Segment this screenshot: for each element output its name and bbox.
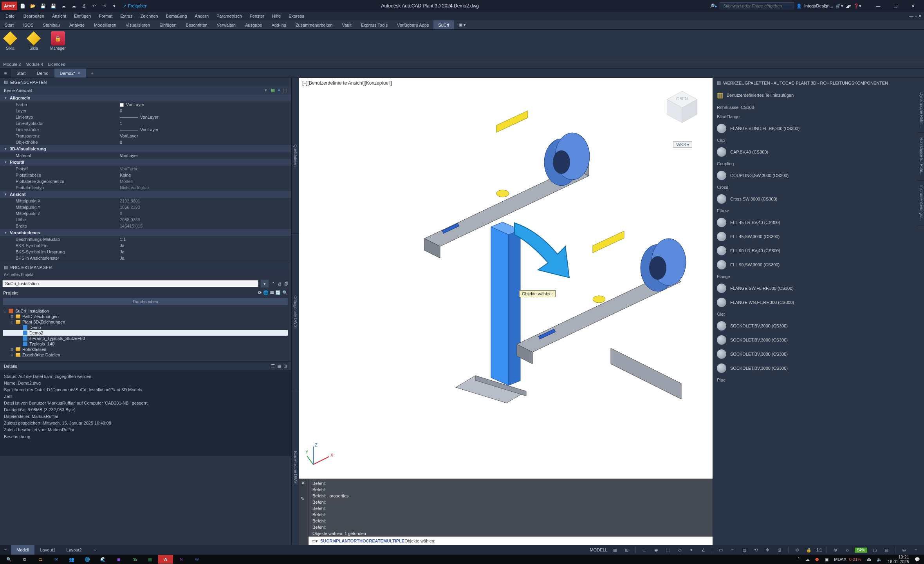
prop-category[interactable]: ▾Plotstil bbox=[0, 159, 291, 166]
help-search-icon[interactable]: 🔎▸ bbox=[709, 4, 717, 9]
prop-row[interactable]: Beschriftungs-Maßstab1:1 bbox=[0, 236, 291, 242]
sidetab-orthogonale[interactable]: Orthogonale DWG bbox=[292, 234, 299, 390]
prop-row[interactable]: Linientypfaktor1 bbox=[0, 120, 291, 127]
tree-node[interactable]: siFramo_Typicals_StützeF80 bbox=[3, 336, 288, 341]
undo-icon[interactable]: ↶ bbox=[89, 2, 99, 10]
prop-row[interactable]: Objekthöhe0 bbox=[0, 139, 291, 145]
new-icon[interactable]: 📄 bbox=[18, 2, 27, 10]
share-button[interactable]: ↗ Freigeben bbox=[120, 2, 151, 10]
menu-parametrisch[interactable]: Parametrisch bbox=[213, 13, 246, 20]
prop-category[interactable]: ▾Allgemein bbox=[0, 94, 291, 101]
pick-icon[interactable]: ⬚ bbox=[283, 88, 287, 93]
prop-value[interactable]: VonLayer bbox=[117, 102, 291, 107]
palette-item[interactable]: FLANGE BLIND,FL,RF,300 (CS300) bbox=[713, 121, 916, 136]
prop-value[interactable]: VonLayer bbox=[117, 115, 291, 119]
prop-value[interactable]: 1:1 bbox=[117, 237, 291, 242]
palette-item[interactable]: COUPLING,SW,3000 (CS300) bbox=[713, 168, 916, 183]
taskbar-onenote-icon[interactable]: N bbox=[174, 555, 189, 564]
prop-row[interactable]: FarbeVonLayer bbox=[0, 101, 291, 108]
close-button[interactable]: ✕ bbox=[904, 0, 921, 11]
prop-value[interactable]: VonFarbe bbox=[117, 166, 291, 171]
prop-row[interactable]: LinienstärkeVonLayer bbox=[0, 127, 291, 133]
save-icon[interactable]: 💾 bbox=[38, 2, 48, 10]
command-prompt-text[interactable]: Objekte wählen: bbox=[404, 539, 435, 543]
add-layout-tab[interactable]: ＋ bbox=[87, 545, 103, 555]
file-tab-demo2[interactable]: Demo2*✕ bbox=[54, 69, 87, 78]
ribbon-tab-isos[interactable]: ISOS bbox=[18, 20, 38, 29]
prop-value[interactable]: 0 bbox=[117, 108, 291, 113]
palette-tab-dynamische[interactable]: Dynamische Rohrl... bbox=[917, 88, 924, 133]
annotation-icon[interactable]: ⍰ bbox=[775, 546, 784, 554]
menu-aendern[interactable]: Ändern bbox=[191, 13, 213, 20]
ortho-icon[interactable]: ∟ bbox=[640, 546, 649, 554]
open-icon[interactable]: 📂 bbox=[28, 2, 38, 10]
prop-row[interactable]: BKS-Symbol EinJa bbox=[0, 242, 291, 249]
menu-datei[interactable]: Datei bbox=[2, 13, 20, 20]
pm-refresh-icon[interactable]: ⟳ bbox=[258, 290, 262, 295]
tray-menu-icon[interactable]: ≡ bbox=[911, 546, 920, 554]
sidetab-isometrische[interactable]: Isometrische DWG bbox=[292, 389, 299, 545]
select-icon[interactable]: ✦ bbox=[277, 88, 281, 93]
palette-item[interactable]: SOCKOLET,BV,3000 (CS300) bbox=[713, 347, 916, 361]
workspace-icon[interactable]: ⚙ bbox=[793, 546, 801, 554]
hardware-icon[interactable]: ☼ bbox=[843, 546, 852, 554]
prop-value[interactable]: Ja bbox=[117, 243, 291, 248]
workspace-switch-icon[interactable]: ⊕ bbox=[831, 546, 840, 554]
menu-einfuegen[interactable]: Einfügen bbox=[70, 13, 95, 20]
signin-icon[interactable]: 👤 bbox=[796, 4, 802, 9]
taskbar-edge-icon[interactable]: 🌊 bbox=[96, 555, 110, 564]
otrack-icon[interactable]: ∠ bbox=[699, 546, 707, 554]
ribbon-item-manager[interactable]: 🔒 Manager bbox=[50, 31, 65, 58]
palette-item[interactable]: ELL 90,SW,3000 (CS300) bbox=[713, 258, 916, 272]
tree-node[interactable]: Demo2 bbox=[3, 330, 288, 336]
prop-category[interactable]: ▾Verschiedenes bbox=[0, 229, 291, 236]
command-options-icon[interactable]: ✎ bbox=[301, 496, 304, 501]
menu-hilfe[interactable]: Hilfe bbox=[268, 13, 285, 20]
ribbon-tab-verwalten[interactable]: Verwalten bbox=[212, 20, 240, 29]
prop-value[interactable]: Ja bbox=[117, 256, 291, 260]
selection-cycling-icon[interactable]: ⟲ bbox=[752, 546, 760, 554]
prop-row[interactable]: MaterialVonLayer bbox=[0, 152, 291, 159]
palette-tab-rohrklasse[interactable]: Rohrklasse für Rohr... bbox=[917, 133, 924, 181]
info-icon[interactable]: ❓▾ bbox=[854, 4, 861, 9]
prop-value[interactable]: 145415.815 bbox=[117, 224, 291, 228]
pm-export-icon[interactable]: 🗐 bbox=[284, 281, 289, 286]
tree-node[interactable]: ⊞ Zugehörige Dateien bbox=[3, 352, 288, 358]
prop-value[interactable]: 0 bbox=[117, 211, 291, 216]
prop-row[interactable]: BKS-Symbol im UrsprungJa bbox=[0, 249, 291, 255]
prop-value[interactable]: 1866.2393 bbox=[117, 205, 291, 210]
prop-row[interactable]: BKS in AnsichtsfensterJa bbox=[0, 255, 291, 261]
prop-category[interactable]: ▾Ansicht bbox=[0, 191, 291, 198]
ribbon-item-sikla-2[interactable]: Sikla bbox=[27, 31, 41, 58]
pm-project-input[interactable] bbox=[2, 280, 258, 287]
pm-search-field[interactable]: Durchsuchen bbox=[3, 298, 288, 305]
dyn-input-icon[interactable]: ▭ bbox=[716, 546, 725, 554]
details-thumb-icon[interactable]: ▦ bbox=[277, 363, 281, 369]
minimize-button[interactable]: — bbox=[870, 0, 886, 11]
menu-ansicht[interactable]: Ansicht bbox=[48, 13, 70, 20]
prop-category[interactable]: ▾3D-Visualisierung bbox=[0, 145, 291, 152]
app-menu[interactable]: A PID ▾ bbox=[2, 2, 17, 10]
properties-list[interactable]: ▾AllgemeinFarbeVonLayerLayer0LinientypVo… bbox=[0, 94, 291, 261]
command-close-icon[interactable]: ✕ bbox=[301, 480, 305, 486]
ribbon-overflow-icon[interactable]: ▣ ▾ bbox=[454, 20, 471, 29]
transparency-icon[interactable]: ▨ bbox=[740, 546, 749, 554]
layout-tab-layout2[interactable]: Layout2 bbox=[61, 545, 87, 555]
pm-globe-icon[interactable]: 🌐 bbox=[263, 290, 269, 295]
cloud-open-icon[interactable]: ☁ bbox=[59, 2, 68, 10]
taskbar-store-icon[interactable]: 🛍 bbox=[127, 555, 142, 564]
tree-node[interactable]: Typicals_140 bbox=[3, 341, 288, 347]
palette-item[interactable]: SOCKOLET,BV,3000 (CS300) bbox=[713, 361, 916, 375]
ribbon-tab-analyse[interactable]: Analyse bbox=[65, 20, 89, 29]
iso-icon[interactable]: ⬚ bbox=[664, 546, 672, 554]
prop-row[interactable]: PlotstiltabelleKeine bbox=[0, 172, 291, 178]
prop-value[interactable]: Keine bbox=[117, 173, 291, 177]
pm-tree[interactable]: ⊟ SuCri_Installation⊞ P&ID-Zeichnungen⊟ … bbox=[0, 307, 291, 362]
prop-value[interactable]: 2193.8801 bbox=[117, 199, 291, 203]
palette-item[interactable]: ELL 45 LR,BV,40 (CS300) bbox=[713, 215, 916, 230]
taskbar-explorer-icon[interactable]: 🗂 bbox=[33, 555, 48, 564]
tray-graphics-icon[interactable]: ▣ bbox=[825, 557, 828, 562]
module-licences[interactable]: Licences bbox=[48, 62, 65, 67]
taskbar-outlook-icon[interactable]: ✉ bbox=[49, 555, 63, 564]
prop-row[interactable]: Breite145415.815 bbox=[0, 223, 291, 229]
